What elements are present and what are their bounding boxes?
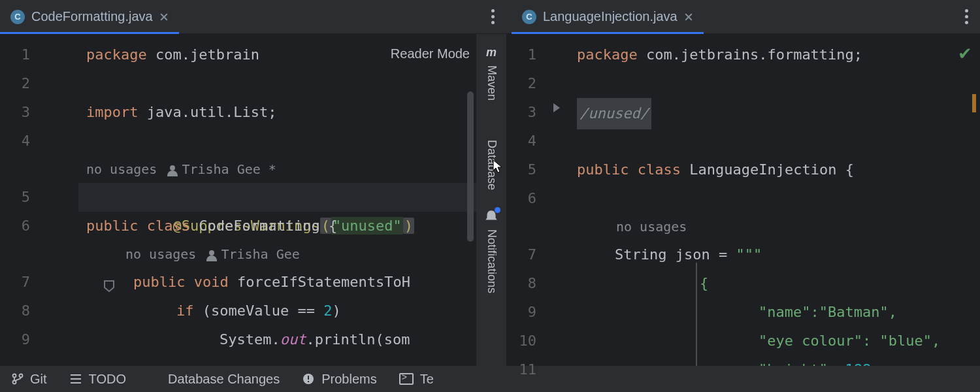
svg-rect-5 <box>308 381 309 382</box>
class-icon: C <box>522 10 536 24</box>
branch-icon <box>12 373 24 385</box>
inlay-author[interactable]: Trisha Gee <box>206 240 299 268</box>
status-terminal[interactable]: Te <box>399 372 434 387</box>
fold-arrow-icon[interactable] <box>553 103 560 112</box>
bell-icon <box>483 208 499 224</box>
status-problems[interactable]: Problems <box>302 372 376 387</box>
status-db-changes[interactable]: Database Changes <box>148 372 280 387</box>
left-editor[interactable]: 1 2 3 4 5 6 7 8 9 package com.jetbrain <box>0 34 506 366</box>
more-actions-icon[interactable] <box>491 9 495 24</box>
close-icon[interactable] <box>684 12 693 22</box>
inlay-usages[interactable]: no usages <box>125 240 196 268</box>
more-actions-icon[interactable] <box>965 9 968 24</box>
tab-languageinjection[interactable]: C LanguageInjection.java <box>512 0 704 34</box>
status-todo[interactable]: TODO <box>69 372 126 387</box>
inlay-usages[interactable]: no usages <box>616 213 687 240</box>
inspection-ok-icon[interactable]: ✔ <box>958 44 972 64</box>
terminal-icon <box>399 373 414 385</box>
warning-icon <box>302 372 315 385</box>
right-code[interactable]: package com.jetbrains.formatting; /unuse… <box>569 34 980 366</box>
inlay-usages[interactable]: no usages <box>86 155 157 183</box>
reader-mode-toggle[interactable]: Reader Mode <box>391 46 470 61</box>
close-icon[interactable] <box>159 12 169 22</box>
svg-point-2 <box>13 381 16 384</box>
tool-notifications[interactable]: Notifications <box>483 202 499 300</box>
indent-guide <box>696 263 697 366</box>
class-icon: C <box>10 10 25 24</box>
left-gutter: 1 2 3 4 5 6 7 8 9 <box>0 34 39 366</box>
tab-label: LanguageInjection.java <box>543 9 678 24</box>
right-editor-pane: C LanguageInjection.java 1 2 3 4 5 6 7 8… <box>506 0 980 366</box>
status-git[interactable]: Git <box>12 372 47 387</box>
svg-point-1 <box>20 374 23 378</box>
left-tabbar: C CodeFormatting.java <box>0 0 506 34</box>
right-gutter: 1 2 3 4 5 6 7 8 9 10 11 <box>506 34 546 366</box>
right-tool-strip: m Maven Database Notifications <box>476 34 506 366</box>
left-code[interactable]: package com.jetbrain import java.util.Li… <box>78 34 506 366</box>
scrollbar-thumb[interactable] <box>467 91 474 242</box>
tool-database[interactable]: Database <box>483 112 499 197</box>
status-bar: Git TODO Database Changes Problems Te <box>0 366 980 392</box>
list-icon <box>69 372 82 385</box>
maven-icon: m <box>483 44 499 60</box>
right-editor[interactable]: 1 2 3 4 5 6 7 8 9 10 11 package com.jetb… <box>506 34 980 366</box>
svg-rect-4 <box>308 376 309 380</box>
tab-codeformatting[interactable]: C CodeFormatting.java <box>0 0 179 34</box>
database-icon <box>483 119 499 135</box>
left-editor-pane: C CodeFormatting.java 1 2 3 4 5 6 7 8 9 <box>0 0 506 366</box>
inlay-author[interactable]: Trisha Gee * <box>167 155 276 183</box>
tool-maven[interactable]: m Maven <box>483 38 499 107</box>
warning-stripe[interactable] <box>972 94 976 112</box>
tab-label: CodeFormatting.java <box>31 9 153 24</box>
svg-point-0 <box>13 374 16 378</box>
right-tabbar: C LanguageInjection.java <box>506 0 980 34</box>
regex-injection-badge[interactable]: /unused/ <box>577 98 651 129</box>
